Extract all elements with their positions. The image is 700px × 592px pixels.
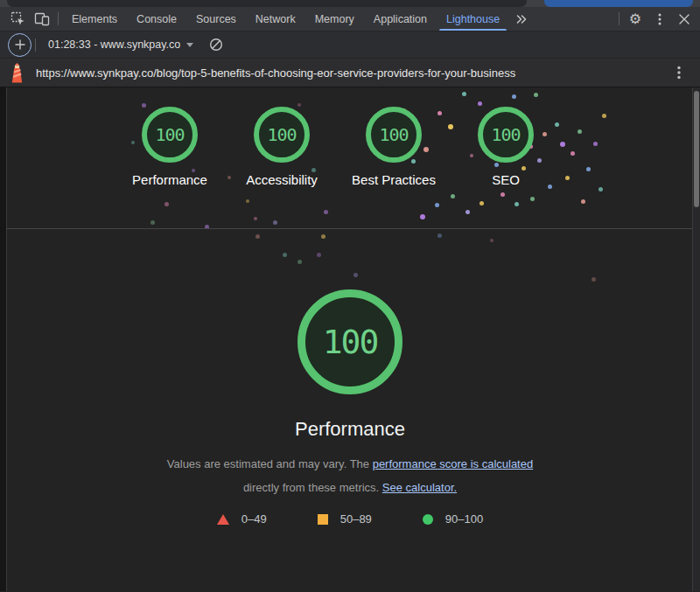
tab-console[interactable]: Console (127, 7, 186, 31)
score-ring: 100 (142, 107, 198, 163)
performance-score-gauge[interactable]: 100 (298, 289, 402, 394)
score-ring: 100 (254, 107, 310, 163)
score-scale-legend: 0–4950–8990–100 (217, 512, 483, 526)
report-menu-kebab-icon[interactable] (667, 66, 691, 80)
tab-sources[interactable]: Sources (186, 7, 246, 31)
score-gauges-row: 100Performance100Accessibility100Best Pr… (128, 87, 548, 228)
device-toolbar-icon[interactable] (30, 7, 54, 31)
new-report-button[interactable] (8, 33, 32, 57)
performance-section-title: Performance (295, 418, 405, 441)
legend-item-circle: 90–100 (423, 512, 483, 526)
triangle-marker-icon (217, 514, 229, 525)
chevron-down-icon (186, 43, 193, 47)
browser-tab-edge (7, 0, 527, 7)
scrollbar-track[interactable] (693, 87, 700, 591)
legend-item-triangle: 0–49 (217, 512, 267, 526)
report-url: https://www.synkpay.co/blog/top-5-benefi… (36, 66, 656, 80)
score-label: Accessibility (246, 171, 318, 189)
score-value: 100 (379, 124, 408, 145)
score-ring: 100 (478, 107, 534, 163)
lighthouse-logo-icon (9, 63, 25, 83)
close-devtools-icon[interactable] (672, 7, 696, 31)
report-topbar: https://www.synkpay.co/blog/top-5-benefi… (0, 59, 700, 87)
summary-gauge-performance[interactable]: 100Performance (128, 107, 212, 228)
disclaimer-link[interactable]: See calculator. (382, 481, 457, 494)
scores-summary-section: 100Performance100Accessibility100Best Pr… (0, 87, 700, 229)
tab-memory[interactable]: Memory (305, 7, 364, 31)
performance-score-value: 100 (323, 323, 378, 361)
inspect-element-icon[interactable] (5, 7, 30, 31)
devtools-window: ElementsConsoleSourcesNetworkMemoryAppli… (0, 0, 700, 592)
legend-range-label: 50–89 (340, 512, 372, 526)
score-value: 100 (155, 124, 184, 145)
score-value: 100 (267, 124, 296, 145)
legend-item-square: 50–89 (318, 512, 372, 526)
tab-application[interactable]: Application (364, 7, 437, 31)
score-disclaimer-text: Values are estimated and may vary. The p… (157, 452, 543, 499)
settings-gear-icon[interactable]: ⚙ (623, 7, 648, 31)
tab-network[interactable]: Network (246, 7, 305, 31)
devtools-tabbar: ElementsConsoleSourcesNetworkMemoryAppli… (0, 7, 700, 31)
browser-blue-button-edge (544, 0, 693, 7)
browser-chrome-sliver (0, 0, 700, 7)
disclaimer-text: directly from these metrics. (243, 481, 382, 494)
legend-range-label: 90–100 (445, 512, 483, 526)
summary-gauge-accessibility[interactable]: 100Accessibility (240, 107, 324, 228)
performance-detail-section: 100 Performance Values are estimated and… (0, 229, 700, 526)
summary-gauge-best-practices[interactable]: 100Best Practices (352, 107, 436, 228)
devtools-menu-kebab-icon[interactable] (648, 7, 672, 31)
tab-lighthouse[interactable]: Lighthouse (437, 7, 509, 31)
disclaimer-link[interactable]: performance score is calculated (373, 457, 534, 470)
score-ring: 100 (366, 107, 422, 163)
lighthouse-toolbar: 01:28:33 - www.synkpay.co (0, 31, 700, 59)
square-marker-icon (318, 514, 328, 525)
lighthouse-report: 100Performance100Accessibility100Best Pr… (0, 87, 700, 591)
toolbar-divider (35, 38, 36, 52)
report-run-label: 01:28:33 - www.synkpay.co (48, 38, 180, 51)
score-value: 100 (491, 124, 520, 145)
score-label: SEO (492, 171, 520, 189)
report-history-dropdown[interactable]: 01:28:33 - www.synkpay.co (43, 36, 199, 53)
scrollbar-thumb[interactable] (694, 91, 699, 207)
disclaimer-text: Values are estimated and may vary. The (167, 457, 373, 470)
toolbar-divider (58, 12, 59, 25)
devtools-tab-list: ElementsConsoleSourcesNetworkMemoryAppli… (62, 7, 509, 31)
score-label: Performance (132, 171, 207, 189)
tab-elements[interactable]: Elements (62, 7, 127, 31)
more-tabs-chevron-icon[interactable] (509, 7, 534, 31)
summary-gauge-seo[interactable]: 100SEO (464, 107, 548, 228)
score-label: Best Practices (352, 171, 436, 189)
clear-reports-icon[interactable] (204, 38, 228, 52)
circle-marker-icon (423, 514, 433, 525)
report-left-gutter (0, 87, 7, 591)
toolbar-divider (619, 12, 620, 25)
tabbar-spacer (534, 7, 615, 31)
legend-range-label: 0–49 (242, 512, 267, 526)
